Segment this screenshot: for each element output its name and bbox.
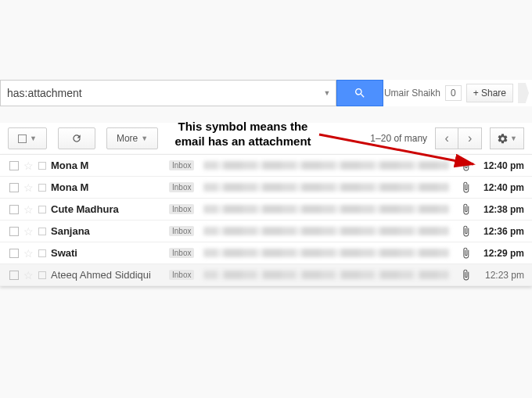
more-button[interactable]: More ▼ [106, 127, 158, 149]
refresh-icon [71, 133, 82, 144]
search-input[interactable] [1, 81, 318, 106]
chevron-left-icon: ‹ [444, 131, 448, 145]
email-time: 12:36 pm [477, 226, 524, 237]
inbox-label[interactable]: Inbox [169, 270, 194, 280]
subject-preview [203, 227, 449, 235]
sender-name: Sanjana [51, 225, 164, 237]
sender-name: Cute Madhura [51, 203, 164, 215]
notification-count[interactable]: 0 [445, 85, 462, 101]
importance-marker[interactable] [38, 162, 46, 170]
row-checkbox[interactable] [9, 183, 19, 192]
table-row[interactable]: ☆SwatiInbox12:29 pm [0, 242, 532, 264]
attachment-icon [458, 160, 473, 171]
select-all-button[interactable]: ▼ [8, 127, 47, 149]
prev-page-button[interactable]: ‹ [435, 127, 458, 149]
importance-marker[interactable] [38, 184, 46, 192]
inbox-label[interactable]: Inbox [169, 182, 194, 192]
search-icon [354, 87, 366, 99]
overflow-chevron[interactable] [518, 83, 529, 103]
message-list: ☆Mona MInbox12:40 pm☆Mona MInbox12:40 pm… [0, 154, 532, 286]
sender-name: Swati [51, 247, 164, 259]
table-row[interactable]: ☆Mona MInbox12:40 pm [0, 155, 532, 177]
inbox-label[interactable]: Inbox [169, 204, 194, 214]
row-checkbox[interactable] [9, 227, 19, 236]
star-icon[interactable]: ☆ [23, 247, 34, 260]
inbox-label[interactable]: Inbox [169, 160, 194, 170]
gear-icon [497, 133, 509, 145]
subject-preview [203, 183, 449, 192]
table-row[interactable]: ☆Ateeq Ahmed SiddiquiInbox12:23 pm [0, 264, 532, 286]
star-icon[interactable]: ☆ [23, 181, 34, 194]
sender-name: Mona M [51, 181, 164, 193]
email-time: 12:38 pm [477, 204, 524, 215]
top-bar: ▼ Umair Shaikh 0 + Share [0, 80, 532, 106]
subject-preview [203, 271, 449, 279]
page-info: 1–20 of many [370, 133, 427, 144]
email-time: 12:40 pm [477, 182, 524, 193]
row-checkbox[interactable] [9, 205, 19, 214]
user-name[interactable]: Umair Shaikh [384, 88, 440, 99]
chevron-right-icon: › [468, 131, 472, 145]
star-icon[interactable]: ☆ [23, 160, 34, 172]
importance-marker[interactable] [38, 206, 46, 213]
sender-name: Mona M [51, 160, 164, 171]
star-icon[interactable]: ☆ [23, 225, 34, 238]
annotation-text: This symbol means the email has an attac… [163, 120, 323, 149]
subject-preview [203, 205, 449, 213]
sender-name: Ateeq Ahmed Siddiqui [51, 269, 164, 281]
share-button[interactable]: + Share [466, 84, 513, 102]
inbox-label[interactable]: Inbox [169, 226, 194, 236]
email-time: 12:40 pm [477, 160, 524, 171]
email-time: 12:29 pm [477, 248, 524, 259]
table-row[interactable]: ☆Mona MInbox12:40 pm [0, 177, 532, 199]
row-checkbox[interactable] [9, 271, 19, 280]
subject-preview [203, 161, 449, 170]
attachment-icon [458, 269, 473, 281]
attachment-icon [458, 181, 473, 193]
subject-preview [203, 249, 449, 257]
search-options-dropdown[interactable]: ▼ [318, 81, 336, 106]
email-time: 12:23 pm [477, 270, 524, 281]
search-button[interactable] [336, 80, 383, 106]
table-row[interactable]: ☆SanjanaInbox12:36 pm [0, 221, 532, 242]
importance-marker[interactable] [38, 249, 46, 257]
importance-marker[interactable] [38, 271, 46, 279]
row-checkbox[interactable] [9, 249, 19, 258]
importance-marker[interactable] [38, 228, 46, 235]
search-box: ▼ [0, 80, 336, 106]
refresh-button[interactable] [58, 127, 95, 149]
settings-button[interactable]: ▼ [490, 127, 524, 149]
more-label: More [117, 133, 138, 144]
attachment-icon [458, 247, 473, 259]
attachment-icon [458, 203, 473, 215]
table-row[interactable]: ☆Cute MadhuraInbox12:38 pm [0, 199, 532, 221]
star-icon[interactable]: ☆ [23, 203, 34, 216]
inbox-label[interactable]: Inbox [169, 248, 194, 258]
row-checkbox[interactable] [9, 161, 19, 170]
attachment-icon [458, 225, 473, 237]
star-icon[interactable]: ☆ [23, 269, 34, 281]
next-page-button[interactable]: › [458, 127, 482, 149]
